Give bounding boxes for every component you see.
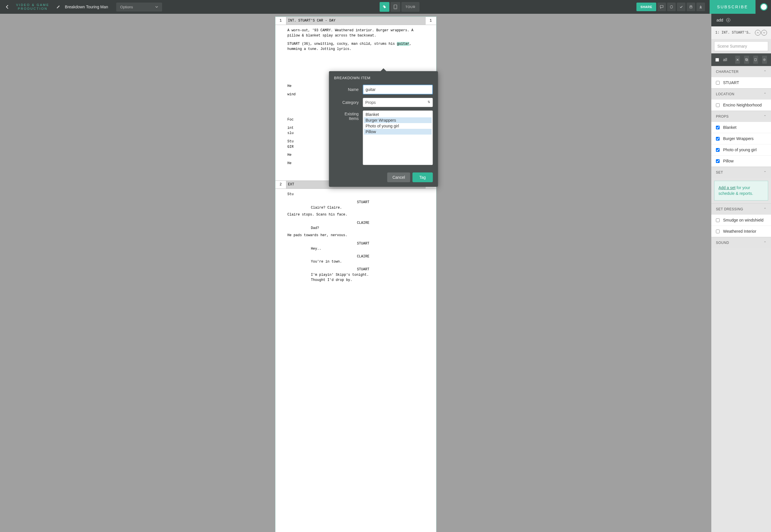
list-item[interactable]: Photo of young girl bbox=[364, 123, 432, 129]
list-item[interactable]: Blanket bbox=[711, 122, 771, 133]
add-button[interactable]: add bbox=[711, 14, 771, 26]
copy-button[interactable] bbox=[744, 56, 749, 64]
settings-button[interactable] bbox=[762, 56, 767, 64]
sidebar-toolbar: all ✕ bbox=[711, 53, 771, 66]
action-line[interactable]: Stu bbox=[288, 192, 425, 197]
list-item[interactable]: Burger Wrappers bbox=[711, 133, 771, 144]
scene-number-right: 1 bbox=[425, 17, 436, 25]
list-item[interactable]: Weathered Interior bbox=[711, 226, 771, 237]
options-dropdown[interactable]: Options bbox=[116, 3, 162, 11]
right-tool-group: SHARE bbox=[636, 3, 705, 11]
next-scene-button[interactable] bbox=[761, 30, 767, 36]
existing-items-list[interactable]: Blanket Burger Wrappers Photo of young g… bbox=[363, 110, 433, 165]
action-line[interactable]: A worn-out, '93 CAMRY. Weathered interio… bbox=[288, 28, 425, 38]
breakdown-sidebar: add 1: INT. STUART'S… Scene Summary all … bbox=[711, 14, 771, 532]
item-checkbox[interactable] bbox=[716, 218, 720, 222]
print-button[interactable] bbox=[687, 3, 695, 11]
dialogue-line[interactable]: Dad? bbox=[288, 226, 425, 231]
character-cue[interactable]: STUART bbox=[288, 267, 425, 272]
dialogue-line[interactable]: Hey.. bbox=[288, 246, 425, 252]
list-item[interactable]: Encino Neighborhood bbox=[711, 100, 771, 111]
paste-button[interactable] bbox=[753, 56, 758, 64]
chevron-up-icon: ⌃ bbox=[764, 70, 767, 74]
svg-rect-3 bbox=[690, 5, 692, 7]
category-header-character[interactable]: CHARACTER⌃ bbox=[711, 66, 771, 77]
tour-button[interactable]: TOUR bbox=[401, 2, 420, 12]
list-item[interactable]: Smudge on windshield bbox=[711, 215, 771, 226]
item-checkbox[interactable] bbox=[716, 159, 720, 163]
modal-title: BREAKDOWN ITEM bbox=[329, 71, 438, 83]
dialogue-line[interactable]: I'm playin' Skipp's tonight. bbox=[288, 272, 425, 278]
category-header-location[interactable]: LOCATION⌃ bbox=[711, 88, 771, 100]
chevron-up-icon: ⌃ bbox=[764, 92, 767, 96]
item-checkbox[interactable] bbox=[716, 103, 720, 107]
breakdown-item-modal: BREAKDOWN ITEM Name Category Props Exist… bbox=[329, 71, 438, 187]
svg-rect-6 bbox=[746, 59, 748, 61]
character-cue[interactable]: CLAIRE bbox=[288, 254, 425, 259]
category-label: Category bbox=[334, 100, 363, 105]
approve-button[interactable] bbox=[677, 3, 685, 11]
list-item[interactable]: Burger Wrappers bbox=[364, 117, 432, 123]
item-checkbox[interactable] bbox=[716, 126, 720, 129]
character-cue[interactable]: CLAIRE bbox=[288, 220, 425, 226]
dialogue-line[interactable]: Thought I'd drop by. bbox=[288, 277, 425, 283]
add-set-hint[interactable]: Add a set for your schedule & reports. bbox=[714, 181, 768, 201]
character-cue[interactable]: STUART bbox=[288, 241, 425, 246]
prev-scene-button[interactable] bbox=[755, 30, 761, 36]
back-button[interactable] bbox=[3, 3, 11, 10]
list-item[interactable]: Pillow bbox=[711, 156, 771, 167]
category-select[interactable]: Props bbox=[363, 98, 433, 107]
action-line[interactable]: STUART (36), unwitting, cocky, man child… bbox=[288, 41, 425, 52]
cancel-button[interactable]: Cancel bbox=[387, 172, 410, 182]
item-checkbox[interactable] bbox=[716, 137, 720, 141]
dialogue-line[interactable]: You're in town. bbox=[288, 259, 425, 265]
comment-button[interactable] bbox=[657, 3, 666, 11]
category-header-sound[interactable]: SOUND⌃ bbox=[711, 237, 771, 248]
item-checkbox[interactable] bbox=[716, 148, 720, 152]
scene-nav-label[interactable]: 1: INT. STUART'S… bbox=[715, 31, 750, 35]
tagged-word[interactable]: guitar bbox=[397, 42, 409, 46]
share-button[interactable]: SHARE bbox=[636, 3, 656, 11]
chevron-up-icon: ⌃ bbox=[764, 170, 767, 174]
list-item[interactable]: Pillow bbox=[364, 129, 432, 135]
svg-point-1 bbox=[395, 8, 396, 9]
svg-rect-2 bbox=[690, 7, 692, 8]
gear-icon bbox=[763, 58, 766, 61]
category-header-props[interactable]: PROPS⌃ bbox=[711, 111, 771, 122]
close-selection-button[interactable]: ✕ bbox=[735, 56, 740, 64]
item-checkbox[interactable] bbox=[716, 230, 720, 233]
download-button[interactable] bbox=[696, 3, 705, 11]
top-toolbar: VIDEO & GAME PRODUCTION Breakdown Tourin… bbox=[0, 0, 771, 14]
device-preview-button[interactable] bbox=[391, 2, 400, 12]
center-tool-group: TOUR bbox=[379, 2, 420, 12]
dialogue-line[interactable]: Claire? Claire. bbox=[288, 205, 425, 211]
action-line[interactable]: Claire stops. Scans his face. bbox=[288, 212, 425, 218]
tag-mode-button[interactable] bbox=[380, 2, 389, 12]
action-line[interactable]: He pads towards her, nervous. bbox=[288, 233, 425, 238]
chevron-up-icon: ⌃ bbox=[764, 207, 767, 211]
brand-logo: VIDEO & GAME PRODUCTION bbox=[13, 3, 52, 11]
scene-heading-row[interactable]: 1 INT. STUART'S CAR - DAY 1 bbox=[275, 17, 436, 25]
name-input[interactable] bbox=[363, 85, 433, 94]
character-cue[interactable]: STUART bbox=[288, 200, 425, 205]
select-all-checkbox[interactable] bbox=[715, 58, 719, 62]
list-item[interactable]: STUART bbox=[711, 77, 771, 88]
scene-nav: 1: INT. STUART'S… bbox=[711, 26, 771, 39]
list-item[interactable]: Blanket bbox=[364, 112, 432, 117]
category-header-set-dressing[interactable]: SET DRESSING⌃ bbox=[711, 203, 771, 215]
existing-items-label: Existing Items bbox=[334, 110, 363, 121]
edit-icon[interactable] bbox=[55, 5, 62, 9]
name-label: Name bbox=[334, 87, 363, 92]
subscribe-button[interactable]: SUBSCRIBE bbox=[710, 0, 756, 14]
tag-button[interactable]: Tag bbox=[412, 172, 433, 182]
sync-button[interactable] bbox=[667, 3, 676, 11]
scene-heading: INT. STUART'S CAR - DAY bbox=[286, 17, 425, 25]
item-checkbox[interactable] bbox=[716, 81, 720, 85]
scene-number-left: 1 bbox=[275, 17, 286, 25]
svg-rect-5 bbox=[745, 59, 747, 60]
category-header-set[interactable]: SET⌃ bbox=[711, 167, 771, 178]
user-avatar[interactable] bbox=[760, 3, 768, 11]
all-label: all bbox=[723, 57, 727, 62]
list-item[interactable]: Photo of young girl bbox=[711, 144, 771, 156]
scene-summary-input[interactable]: Scene Summary bbox=[714, 41, 768, 51]
